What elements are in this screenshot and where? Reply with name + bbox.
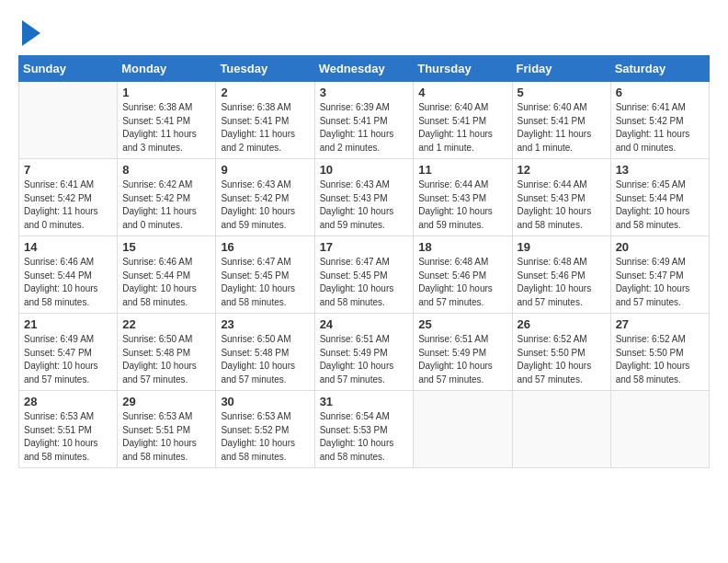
day-number: 25 xyxy=(418,317,506,331)
day-number: 26 xyxy=(518,317,606,331)
calendar-cell: 20Sunrise: 6:49 AMSunset: 5:47 PMDayligh… xyxy=(610,236,709,314)
day-number: 13 xyxy=(616,163,704,177)
day-info: Sunrise: 6:43 AMSunset: 5:43 PMDaylight:… xyxy=(320,178,409,232)
header xyxy=(18,18,710,46)
day-number: 5 xyxy=(518,86,606,99)
day-number: 11 xyxy=(418,163,506,177)
day-number: 30 xyxy=(221,395,309,408)
day-info: Sunrise: 6:41 AMSunset: 5:42 PMDaylight:… xyxy=(616,101,704,155)
day-info: Sunrise: 6:49 AMSunset: 5:47 PMDaylight:… xyxy=(24,333,112,386)
day-info: Sunrise: 6:53 AMSunset: 5:51 PMDaylight:… xyxy=(24,410,112,464)
day-number: 8 xyxy=(122,163,210,177)
day-info: Sunrise: 6:39 AMSunset: 5:41 PMDaylight:… xyxy=(320,101,409,155)
day-info: Sunrise: 6:51 AMSunset: 5:49 PMDaylight:… xyxy=(320,333,409,386)
calendar-cell: 17Sunrise: 6:47 AMSunset: 5:45 PMDayligh… xyxy=(314,236,414,314)
calendar-week-row: 14Sunrise: 6:46 AMSunset: 5:44 PMDayligh… xyxy=(19,236,710,314)
logo-arrow-icon xyxy=(22,20,40,46)
day-info: Sunrise: 6:52 AMSunset: 5:50 PMDaylight:… xyxy=(518,333,606,386)
day-number: 3 xyxy=(320,86,409,99)
calendar-cell: 6Sunrise: 6:41 AMSunset: 5:42 PMDaylight… xyxy=(610,82,709,159)
day-number: 4 xyxy=(418,86,506,99)
calendar-week-row: 1Sunrise: 6:38 AMSunset: 5:41 PMDaylight… xyxy=(19,82,710,159)
calendar-cell: 24Sunrise: 6:51 AMSunset: 5:49 PMDayligh… xyxy=(314,314,414,391)
day-number: 10 xyxy=(320,163,409,177)
calendar-cell: 26Sunrise: 6:52 AMSunset: 5:50 PMDayligh… xyxy=(512,314,610,391)
day-number: 22 xyxy=(122,317,210,331)
calendar-cell: 5Sunrise: 6:40 AMSunset: 5:41 PMDaylight… xyxy=(512,82,610,159)
day-info: Sunrise: 6:53 AMSunset: 5:52 PMDaylight:… xyxy=(221,410,309,464)
day-number: 23 xyxy=(221,317,309,331)
day-number: 17 xyxy=(320,240,409,254)
day-info: Sunrise: 6:50 AMSunset: 5:48 PMDaylight:… xyxy=(122,333,210,386)
calendar-cell: 9Sunrise: 6:43 AMSunset: 5:42 PMDaylight… xyxy=(216,159,314,236)
day-info: Sunrise: 6:40 AMSunset: 5:41 PMDaylight:… xyxy=(418,101,506,155)
calendar-cell: 22Sunrise: 6:50 AMSunset: 5:48 PMDayligh… xyxy=(118,314,216,391)
calendar-table: SundayMondayTuesdayWednesdayThursdayFrid… xyxy=(18,55,710,468)
calendar-week-row: 7Sunrise: 6:41 AMSunset: 5:42 PMDaylight… xyxy=(19,159,710,236)
day-info: Sunrise: 6:40 AMSunset: 5:41 PMDaylight:… xyxy=(518,101,606,155)
calendar-cell: 30Sunrise: 6:53 AMSunset: 5:52 PMDayligh… xyxy=(216,391,314,468)
day-number: 9 xyxy=(221,163,309,177)
day-number: 6 xyxy=(616,86,704,99)
day-info: Sunrise: 6:51 AMSunset: 5:49 PMDaylight:… xyxy=(418,333,506,386)
calendar-cell: 21Sunrise: 6:49 AMSunset: 5:47 PMDayligh… xyxy=(19,314,118,391)
calendar-cell xyxy=(610,391,709,468)
day-info: Sunrise: 6:48 AMSunset: 5:46 PMDaylight:… xyxy=(418,256,506,309)
calendar-cell xyxy=(512,391,610,468)
day-info: Sunrise: 6:46 AMSunset: 5:44 PMDaylight:… xyxy=(24,256,112,309)
day-number: 12 xyxy=(518,163,606,177)
day-number: 20 xyxy=(616,240,704,254)
day-number: 18 xyxy=(418,240,506,254)
calendar-header-wednesday: Wednesday xyxy=(314,56,414,82)
day-number: 31 xyxy=(320,395,409,408)
day-info: Sunrise: 6:49 AMSunset: 5:47 PMDaylight:… xyxy=(616,256,704,309)
calendar-cell: 10Sunrise: 6:43 AMSunset: 5:43 PMDayligh… xyxy=(314,159,414,236)
day-info: Sunrise: 6:48 AMSunset: 5:46 PMDaylight:… xyxy=(518,256,606,309)
day-info: Sunrise: 6:52 AMSunset: 5:50 PMDaylight:… xyxy=(616,333,704,386)
calendar-header-friday: Friday xyxy=(512,56,610,82)
day-info: Sunrise: 6:47 AMSunset: 5:45 PMDaylight:… xyxy=(320,256,409,309)
calendar-cell: 14Sunrise: 6:46 AMSunset: 5:44 PMDayligh… xyxy=(19,236,118,314)
calendar-cell: 4Sunrise: 6:40 AMSunset: 5:41 PMDaylight… xyxy=(414,82,512,159)
day-info: Sunrise: 6:44 AMSunset: 5:43 PMDaylight:… xyxy=(518,178,606,232)
day-number: 28 xyxy=(24,395,112,408)
calendar-header-tuesday: Tuesday xyxy=(216,56,314,82)
day-number: 15 xyxy=(122,240,210,254)
calendar-cell: 7Sunrise: 6:41 AMSunset: 5:42 PMDaylight… xyxy=(19,159,118,236)
calendar-cell xyxy=(19,82,118,159)
day-info: Sunrise: 6:47 AMSunset: 5:45 PMDaylight:… xyxy=(221,256,309,309)
day-number: 16 xyxy=(221,240,309,254)
calendar-header-thursday: Thursday xyxy=(414,56,512,82)
day-info: Sunrise: 6:45 AMSunset: 5:44 PMDaylight:… xyxy=(616,178,704,232)
calendar-cell: 23Sunrise: 6:50 AMSunset: 5:48 PMDayligh… xyxy=(216,314,314,391)
calendar-cell: 2Sunrise: 6:38 AMSunset: 5:41 PMDaylight… xyxy=(216,82,314,159)
calendar-header-row: SundayMondayTuesdayWednesdayThursdayFrid… xyxy=(19,56,710,82)
calendar-cell: 25Sunrise: 6:51 AMSunset: 5:49 PMDayligh… xyxy=(414,314,512,391)
day-info: Sunrise: 6:44 AMSunset: 5:43 PMDaylight:… xyxy=(418,178,506,232)
calendar-cell: 28Sunrise: 6:53 AMSunset: 5:51 PMDayligh… xyxy=(19,391,118,468)
calendar-cell: 31Sunrise: 6:54 AMSunset: 5:53 PMDayligh… xyxy=(314,391,414,468)
calendar-cell: 8Sunrise: 6:42 AMSunset: 5:42 PMDaylight… xyxy=(118,159,216,236)
calendar-cell: 18Sunrise: 6:48 AMSunset: 5:46 PMDayligh… xyxy=(414,236,512,314)
day-number: 21 xyxy=(24,317,112,331)
day-number: 27 xyxy=(616,317,704,331)
day-info: Sunrise: 6:41 AMSunset: 5:42 PMDaylight:… xyxy=(24,178,112,232)
day-number: 24 xyxy=(320,317,409,331)
calendar-cell: 27Sunrise: 6:52 AMSunset: 5:50 PMDayligh… xyxy=(610,314,709,391)
calendar-cell: 3Sunrise: 6:39 AMSunset: 5:41 PMDaylight… xyxy=(314,82,414,159)
day-info: Sunrise: 6:38 AMSunset: 5:41 PMDaylight:… xyxy=(122,101,210,155)
day-number: 7 xyxy=(24,163,112,177)
day-info: Sunrise: 6:43 AMSunset: 5:42 PMDaylight:… xyxy=(221,178,309,232)
calendar-cell: 29Sunrise: 6:53 AMSunset: 5:51 PMDayligh… xyxy=(118,391,216,468)
calendar-cell: 13Sunrise: 6:45 AMSunset: 5:44 PMDayligh… xyxy=(610,159,709,236)
calendar-cell: 1Sunrise: 6:38 AMSunset: 5:41 PMDaylight… xyxy=(118,82,216,159)
calendar-cell: 19Sunrise: 6:48 AMSunset: 5:46 PMDayligh… xyxy=(512,236,610,314)
day-info: Sunrise: 6:46 AMSunset: 5:44 PMDaylight:… xyxy=(122,256,210,309)
day-info: Sunrise: 6:38 AMSunset: 5:41 PMDaylight:… xyxy=(221,101,309,155)
calendar-cell: 12Sunrise: 6:44 AMSunset: 5:43 PMDayligh… xyxy=(512,159,610,236)
calendar-cell: 11Sunrise: 6:44 AMSunset: 5:43 PMDayligh… xyxy=(414,159,512,236)
day-number: 19 xyxy=(518,240,606,254)
day-number: 14 xyxy=(24,240,112,254)
day-info: Sunrise: 6:53 AMSunset: 5:51 PMDaylight:… xyxy=(122,410,210,464)
day-number: 29 xyxy=(122,395,210,408)
